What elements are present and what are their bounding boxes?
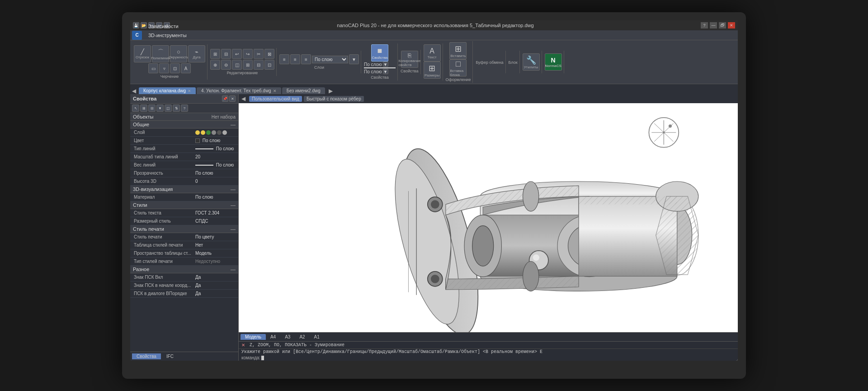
dot-gray bbox=[212, 130, 216, 135]
layer-mgr-icon[interactable]: ≡ bbox=[279, 54, 289, 64]
toolbar-group-utilities: 🔧Утилиты bbox=[521, 51, 542, 73]
tab-model[interactable]: Модель bbox=[241, 334, 266, 340]
restore-button[interactable]: 🗗 bbox=[719, 22, 726, 29]
region-tool[interactable]: ⊡ bbox=[170, 63, 180, 73]
panel-tab-properties[interactable]: Свойства bbox=[132, 353, 161, 359]
tab-a1[interactable]: A1 bbox=[310, 334, 324, 340]
cmd-x-icon: ✕ bbox=[241, 343, 245, 348]
props-pin-icon[interactable]: 📌 bbox=[222, 95, 228, 102]
lineweight-label: По слою bbox=[364, 69, 382, 74]
text-icon[interactable]: AТекст bbox=[424, 44, 441, 62]
menu-bar: C ГлавнаяПостроениеВставкаОформлениеЗави… bbox=[130, 30, 738, 40]
panel-tab-ifc[interactable]: IFC bbox=[162, 353, 178, 359]
polyline-tool[interactable]: ⌒Полилиния bbox=[152, 45, 169, 62]
circle-tool[interactable]: ○Окружность bbox=[170, 45, 187, 62]
prop-row-color: Цвет По слою bbox=[130, 137, 238, 145]
insert-icon[interactable]: ⊞Вставить bbox=[449, 42, 467, 59]
line-tool[interactable]: ╱Отрезок bbox=[134, 45, 151, 62]
tab-bez-imeni[interactable]: Без имени2.dwg bbox=[282, 87, 325, 94]
bottom-layout-tabs: Модель A4 A3 A2 A1 bbox=[239, 332, 738, 341]
layer-props-icon[interactable]: ≡ bbox=[301, 54, 311, 64]
tab-a4[interactable]: A4 bbox=[266, 334, 280, 340]
properties-button[interactable]: ■Свойства bbox=[371, 44, 388, 62]
copy-properties-icon[interactable]: ⎘Копирование свойств bbox=[401, 51, 418, 68]
quick-access-icon[interactable]: 💾 bbox=[133, 22, 139, 29]
properties-panel: Свойства 📌 ✕ ↖ ⊞ ⊟ ▼ ◫ ⇅ ? bbox=[130, 94, 239, 361]
edit-10[interactable]: ⊞ bbox=[243, 60, 253, 70]
normacs-icon[interactable]: NNormaCS bbox=[545, 53, 562, 71]
section-general[interactable]: Общие — bbox=[130, 121, 238, 129]
svg-point-8 bbox=[431, 200, 439, 209]
prop-row-ucs-dialog: ПСК в диалоге ВПорядке Да bbox=[130, 290, 238, 298]
app-logo[interactable]: C bbox=[132, 31, 142, 40]
text-tool[interactable]: A bbox=[181, 63, 191, 73]
props-all-icon[interactable]: ⊞ bbox=[140, 105, 147, 112]
layer-select[interactable]: По слою bbox=[312, 56, 348, 63]
edit-5[interactable]: ✂ bbox=[254, 49, 264, 59]
layer-dropdown[interactable]: ▼ bbox=[349, 54, 359, 64]
edit-12[interactable]: ⊡ bbox=[264, 60, 274, 70]
tab-close-uklon[interactable]: ✕ bbox=[273, 89, 277, 93]
tab-korpus[interactable]: Корпус клапана.dwg ✕ bbox=[139, 87, 196, 94]
edit-2[interactable]: ⊟ bbox=[221, 49, 231, 59]
svg-point-10 bbox=[431, 275, 439, 283]
edit-6[interactable]: ⊠ bbox=[264, 49, 274, 59]
props-filter-icon[interactable]: ▼ bbox=[156, 105, 164, 112]
props-select-icon[interactable]: ↖ bbox=[132, 105, 139, 112]
svg-rect-22 bbox=[579, 196, 677, 205]
edit-8[interactable]: ⊖ bbox=[221, 60, 231, 70]
line-preview bbox=[364, 67, 396, 68]
insert-block-icon[interactable]: □Вставка блока bbox=[449, 59, 467, 76]
dimensions-icon[interactable]: ⊞Размеры bbox=[424, 62, 441, 79]
hatch-tool[interactable]: ▿ bbox=[159, 63, 169, 73]
close-button[interactable]: ✕ bbox=[728, 22, 735, 29]
viewport-canvas[interactable] bbox=[239, 103, 738, 332]
edit-3[interactable]: ↩ bbox=[232, 49, 242, 59]
title-bar: 💾 📂 ↩ ↪ 🖨 nanoCAD Plus 20 - не для комме… bbox=[130, 20, 738, 30]
prop-row-ucs-origin: Знак ПСК в начале коорд... Да bbox=[130, 281, 238, 290]
section-3dviz[interactable]: 3D-визуализация — bbox=[130, 186, 238, 193]
edit-11[interactable]: ⊟ bbox=[254, 60, 264, 70]
edit-9[interactable]: ◫ bbox=[232, 60, 242, 70]
section-print[interactable]: Стиль печати — bbox=[130, 225, 238, 233]
linetype-preview bbox=[195, 148, 213, 149]
main-content: Свойства 📌 ✕ ↖ ⊞ ⊟ ▼ ◫ ⇅ ? bbox=[130, 94, 738, 361]
arc-tool[interactable]: ⌁Дуга bbox=[188, 45, 205, 62]
props-close-icon[interactable]: ✕ bbox=[229, 95, 236, 102]
tab-uklon[interactable]: 4. Уклон. Фрагмент. Тех треб.dwg ✕ bbox=[197, 87, 281, 94]
minimize-button[interactable]: — bbox=[710, 22, 717, 29]
help-button[interactable]: ? bbox=[701, 22, 708, 29]
tab-a3[interactable]: A3 bbox=[280, 334, 295, 340]
cmd-input-area[interactable]: команда: bbox=[239, 355, 738, 361]
props-sort-icon[interactable]: ⇅ bbox=[173, 105, 180, 112]
vp-tab-user-view[interactable]: Пользовательский вид bbox=[249, 96, 302, 102]
prop-row-printtable: Таблица стилей печати Нет bbox=[130, 241, 238, 249]
layer-settings-icon[interactable]: ≡ bbox=[290, 54, 300, 64]
section-styles[interactable]: Стили — bbox=[130, 201, 238, 209]
utilities-icon[interactable]: 🔧Утилиты bbox=[523, 53, 540, 71]
toolbar-group-text: AТекст ⊞Размеры bbox=[422, 43, 443, 81]
edit-1[interactable]: ⊞ bbox=[210, 49, 220, 59]
lineweight-dropdown[interactable]: ▼ bbox=[383, 69, 388, 74]
tab-nav-left[interactable]: ◀ bbox=[132, 88, 139, 94]
section-misc[interactable]: Разное — bbox=[130, 266, 238, 273]
edit-4[interactable]: ↪ bbox=[243, 49, 253, 59]
props-help-icon[interactable]: ? bbox=[181, 105, 188, 112]
menu-item-[interactable]: Зависимости bbox=[145, 22, 190, 31]
edit-7[interactable]: ⊕ bbox=[210, 60, 220, 70]
linetype-dropdown[interactable]: ▼ bbox=[383, 62, 388, 67]
rect-tool[interactable]: ▭ bbox=[148, 63, 158, 73]
vp-nav-left[interactable]: ◀ bbox=[241, 95, 247, 102]
tab-close-korpus[interactable]: ✕ bbox=[188, 89, 191, 93]
window-title: nanoCAD Plus 20 - не для коммерческого и… bbox=[170, 23, 701, 28]
vp-tab-quick-edges[interactable]: Быстрый с показом рёбер bbox=[304, 96, 364, 102]
tab-nav-right[interactable]: ▶ bbox=[326, 88, 333, 94]
menu-item-d[interactable]: 3D-инструменты bbox=[145, 31, 190, 40]
props-clear-icon[interactable]: ⊟ bbox=[148, 105, 156, 112]
viewport-toolbar: ◀ Пользовательский вид Быстрый с показом… bbox=[239, 94, 738, 103]
props-view-icon[interactable]: ◫ bbox=[165, 105, 172, 112]
svg-point-24 bbox=[523, 261, 538, 291]
tab-a2[interactable]: A2 bbox=[295, 334, 309, 340]
linetype-label: По слою bbox=[364, 62, 382, 67]
section-objects[interactable]: Объекты Нет набора bbox=[130, 113, 238, 121]
